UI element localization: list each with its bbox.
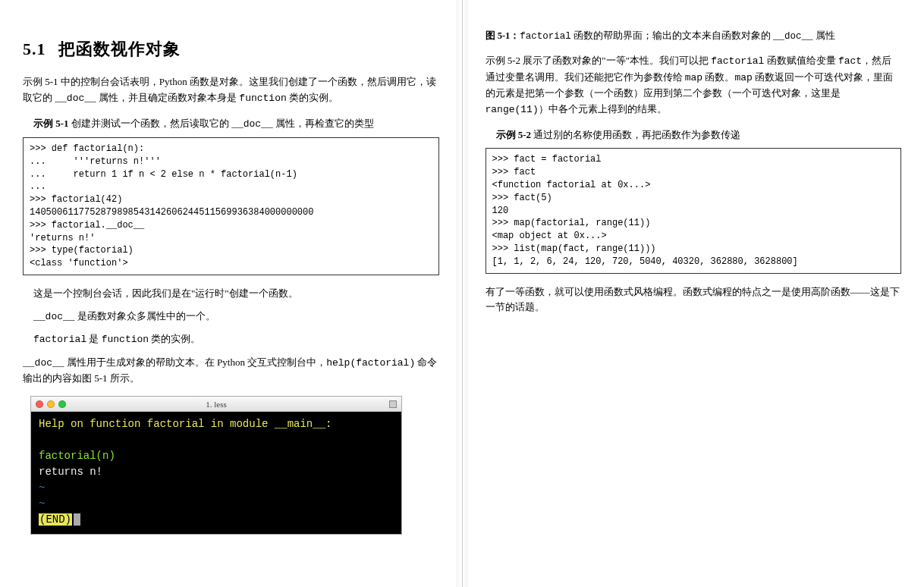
code-inline-doc: __doc__ (55, 93, 96, 104)
right-page: 图 5-1：factorial 函数的帮助界面；输出的文本来自函数对象的 __d… (463, 0, 925, 587)
note-1: 这是一个控制台会话，因此我们是在"运行时"创建一个函数。 (33, 286, 439, 301)
para-first-class: 示例 5-2 展示了函数对象的"一等"本性。我们可以把 factorial 函数… (486, 53, 902, 118)
left-page: 5.1把函数视作对象 示例 5-1 中的控制台会话表明，Python 函数是对象… (0, 0, 463, 587)
example-label: 示例 5-2 (496, 129, 532, 140)
terminal-title: 1. less (31, 400, 401, 409)
figure-5-1-caption: 图 5-1：factorial 函数的帮助界面；输出的文本来自函数对象的 __d… (486, 29, 902, 44)
code-block-example-5-2: >>> fact = factorial >>> fact <function … (486, 148, 902, 273)
code-block-example-5-1: >>> def factorial(n): ... '''returns n!'… (23, 137, 439, 275)
figure-label: 图 5-1： (486, 30, 520, 41)
terminal-line-help: Help on function factorial in module __m… (39, 416, 394, 432)
terminal-line-doc: returns n! (39, 464, 394, 480)
terminal-body: Help on function factorial in module __m… (31, 412, 401, 534)
example-5-1-title: 示例 5-1 创建并测试一个函数，然后读取它的 __doc__ 属性，再检查它的… (33, 116, 439, 132)
section-title-text: 把函数视作对象 (58, 39, 181, 58)
terminal-window: 1. less Help on function factorial in mo… (30, 396, 402, 535)
code-inline-function: function (239, 93, 286, 104)
terminal-end-line: (END) (39, 512, 394, 528)
example-label: 示例 5-1 (33, 118, 69, 129)
intro-paragraph: 示例 5-1 中的控制台会话表明，Python 函数是对象。这里我们创建了一个函… (23, 74, 439, 107)
terminal-corner-icon (389, 400, 397, 408)
example-5-2-title: 示例 5-2 通过别的名称使用函数，再把函数作为参数传递 (496, 127, 902, 143)
terminal-line-signature: factorial(n) (39, 448, 394, 464)
terminal-cursor (74, 513, 80, 526)
terminal-end: (END) (39, 513, 72, 526)
terminal-tilde: ~ (39, 480, 394, 496)
note-2: __doc__ 是函数对象众多属性中的一个。 (33, 309, 439, 325)
doc-paragraph: __doc__ 属性用于生成对象的帮助文本。在 Python 交互式控制台中，h… (23, 355, 439, 388)
para-higher-order: 有了一等函数，就可以使用函数式风格编程。函数式编程的特点之一是使用高阶函数——这… (486, 284, 902, 316)
note-3: factorial 是 function 类的实例。 (33, 331, 439, 347)
terminal-tilde: ~ (39, 496, 394, 512)
section-number: 5.1 (23, 39, 46, 58)
section-heading: 5.1把函数视作对象 (23, 38, 439, 61)
terminal-titlebar: 1. less (31, 397, 401, 412)
